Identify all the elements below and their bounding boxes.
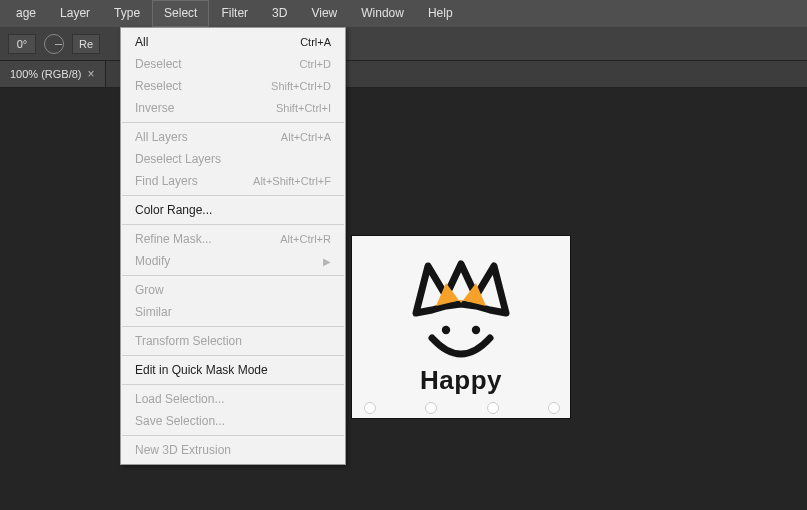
menu-separator [122,435,344,436]
menu-age[interactable]: age [4,0,48,27]
menu-item-label: Similar [135,305,172,319]
menu-item-transform-selection: Transform Selection [121,330,345,352]
menu-item-all[interactable]: AllCtrl+A [121,31,345,53]
menu-separator [122,384,344,385]
menu-item-label: Refine Mask... [135,232,212,246]
menu-item-deselect: DeselectCtrl+D [121,53,345,75]
menu-item-label: New 3D Extrusion [135,443,231,457]
menu-type[interactable]: Type [102,0,152,27]
menu-item-shortcut: Alt+Ctrl+R [280,233,331,245]
menu-separator [122,326,344,327]
logo-graphic [406,258,516,363]
menu-item-modify: Modify▶ [121,250,345,272]
menu-item-label: Load Selection... [135,392,224,406]
menu-separator [122,275,344,276]
transform-handles [364,402,560,414]
menu-item-label: Grow [135,283,164,297]
menu-help[interactable]: Help [416,0,465,27]
document-canvas[interactable]: Happy [352,236,570,418]
menu-item-shortcut: Alt+Shift+Ctrl+F [253,175,331,187]
transform-handle[interactable] [364,402,376,414]
menu-item-all-layers: All LayersAlt+Ctrl+A [121,126,345,148]
menu-item-label: Transform Selection [135,334,242,348]
close-icon[interactable]: × [88,67,95,81]
logo-text: Happy [420,365,502,396]
menubar: ageLayerTypeSelectFilter3DViewWindowHelp [0,0,807,27]
angle-dial[interactable] [44,34,64,54]
select-menu-dropdown: AllCtrl+ADeselectCtrl+DReselectShift+Ctr… [120,27,346,465]
menu-item-deselect-layers: Deselect Layers [121,148,345,170]
menu-item-label: Modify [135,254,170,268]
menu-separator [122,355,344,356]
menu-item-shortcut: Alt+Ctrl+A [281,131,331,143]
menu-item-shortcut: Ctrl+A [300,36,331,48]
menu-3d[interactable]: 3D [260,0,299,27]
menu-filter[interactable]: Filter [209,0,260,27]
menu-item-label: Inverse [135,101,174,115]
document-tab-title: 100% (RGB/8) [10,68,82,80]
menu-item-new-3d-extrusion: New 3D Extrusion [121,439,345,461]
menu-item-shortcut: Ctrl+D [300,58,331,70]
menu-item-reselect: ReselectShift+Ctrl+D [121,75,345,97]
menu-select[interactable]: Select [152,0,209,27]
menu-layer[interactable]: Layer [48,0,102,27]
document-tab[interactable]: 100% (RGB/8) × [0,61,106,87]
menu-item-save-selection: Save Selection... [121,410,345,432]
reset-button[interactable]: Re [72,34,100,54]
menu-item-label: Edit in Quick Mask Mode [135,363,268,377]
submenu-arrow-icon: ▶ [323,256,331,267]
menu-item-shortcut: Shift+Ctrl+D [271,80,331,92]
menu-separator [122,224,344,225]
menu-item-label: Reselect [135,79,182,93]
transform-handle[interactable] [548,402,560,414]
menu-item-label: Deselect Layers [135,152,221,166]
menu-item-inverse: InverseShift+Ctrl+I [121,97,345,119]
menu-item-label: Save Selection... [135,414,225,428]
menu-item-grow: Grow [121,279,345,301]
menu-item-refine-mask: Refine Mask...Alt+Ctrl+R [121,228,345,250]
menu-item-edit-in-quick-mask-mode[interactable]: Edit in Quick Mask Mode [121,359,345,381]
menu-item-label: Color Range... [135,203,212,217]
menu-item-load-selection: Load Selection... [121,388,345,410]
menu-item-similar: Similar [121,301,345,323]
angle-input[interactable] [8,34,36,54]
menu-item-color-range[interactable]: Color Range... [121,199,345,221]
menu-item-label: Deselect [135,57,182,71]
menu-item-label: All [135,35,148,49]
transform-handle[interactable] [425,402,437,414]
menu-item-label: Find Layers [135,174,198,188]
menu-separator [122,195,344,196]
menu-window[interactable]: Window [349,0,416,27]
menu-item-shortcut: Shift+Ctrl+I [276,102,331,114]
menu-view[interactable]: View [299,0,349,27]
menu-separator [122,122,344,123]
transform-handle[interactable] [487,402,499,414]
svg-point-1 [472,326,480,334]
menu-item-label: All Layers [135,130,188,144]
svg-point-0 [442,326,450,334]
menu-item-find-layers: Find LayersAlt+Shift+Ctrl+F [121,170,345,192]
